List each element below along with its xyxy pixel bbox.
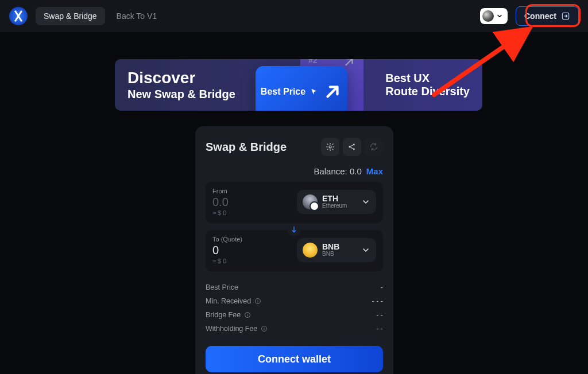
eth-token-icon [303,194,318,209]
share-button[interactable] [343,138,361,156]
share-icon [347,142,357,151]
max-button[interactable]: Max [366,166,383,176]
row-bridge-fee: Bridge Fee - - [206,308,383,322]
gear-icon [326,142,335,151]
from-token-chain: Ethereum [322,203,347,209]
from-token-selector[interactable]: ETH Ethereum [297,190,376,214]
settings-button[interactable] [321,138,339,156]
svg-point-1 [329,146,331,148]
banner-title: Discover [127,69,235,86]
banner-right-line1: Best UX [385,72,470,85]
balance-row: Balance: 0.0 Max [206,166,383,176]
svg-point-2 [349,146,351,148]
top-header: Swap & Bridge Back To V1 Connect [0,0,588,32]
banner-card-front-label: Best Price [261,87,305,97]
row-min-received: Min. Received - - - [206,294,383,308]
chevron-down-icon [361,246,370,255]
swap-card-title: Swap & Bridge [206,141,287,154]
best-price-label: Best Price [206,283,238,291]
banner-cards-graphic: #2 Best Price [256,59,365,111]
from-token-symbol: ETH [322,194,347,203]
best-price-value: - [381,283,383,291]
withholding-fee-label: Withholding Fee [206,325,257,333]
row-best-price: Best Price - [206,280,383,294]
banner-left-text: Discover New Swap & Bridge [127,69,235,100]
refresh-button[interactable] [365,138,383,156]
banner-subtitle: New Swap & Bridge [127,88,235,100]
withholding-fee-value: - - [376,325,383,333]
quote-info: Best Price - Min. Received - - - Bridge … [206,280,383,336]
bridge-fee-value: - - [376,311,383,319]
banner-right-line2: Route Diversity [385,85,470,98]
from-field: From 0.0 ≈ $ 0 ETH Ethereum [206,182,383,223]
row-withholding-fee: Withholding Fee - - [206,322,383,336]
promo-banner[interactable]: Discover New Swap & Bridge #2 Best Price… [115,59,482,111]
ethereum-icon [482,10,494,22]
arrow-up-right-icon [323,82,342,102]
cursor-icon [310,88,318,96]
arrow-up-right-icon [343,59,355,68]
info-icon[interactable] [244,311,251,318]
connect-button-label: Connect [524,11,556,21]
swap-direction-button[interactable] [287,223,301,236]
from-amount-input[interactable]: 0.0 [212,196,291,208]
login-icon [561,11,570,21]
banner-right-text: Best UX Route Diversity [385,72,470,98]
connect-wallet-button[interactable]: Connect wallet [206,346,383,372]
from-usd: ≈ $ 0 [212,209,291,216]
to-usd: ≈ $ 0 [212,258,291,264]
balance-label: Balance: 0.0 [314,166,361,176]
to-amount: 0 [212,244,291,256]
chevron-down-icon [496,13,503,20]
svg-point-4 [353,149,355,150]
chevron-down-icon [361,197,370,207]
svg-point-3 [353,144,355,146]
bridge-fee-label: Bridge Fee [206,311,241,319]
refresh-icon [369,142,378,151]
from-label: From [212,188,291,194]
app-logo[interactable] [9,7,28,25]
swap-card: Swap & Bridge Balance: 0.0 Max From 0.0 … [195,126,393,374]
min-received-value: - - - [372,297,383,305]
network-selector[interactable] [480,8,508,24]
min-received-label: Min. Received [206,297,251,305]
banner-card-back-label: #2 [308,59,318,65]
info-icon[interactable] [254,298,261,305]
arrow-down-icon [290,225,298,233]
connect-button[interactable]: Connect [516,6,579,26]
to-label: To (Quote) [212,236,291,243]
to-token-symbol: BNB [322,243,339,251]
to-token-selector[interactable]: BNB BNB [297,238,376,262]
to-token-chain: BNB [322,251,339,258]
swap-card-header: Swap & Bridge [206,138,383,156]
tab-swap-bridge[interactable]: Swap & Bridge [36,7,105,25]
banner-card-front: Best Price [256,66,347,111]
info-icon[interactable] [261,325,268,332]
link-back-to-v1[interactable]: Back To V1 [109,7,165,25]
bnb-token-icon [303,243,318,258]
